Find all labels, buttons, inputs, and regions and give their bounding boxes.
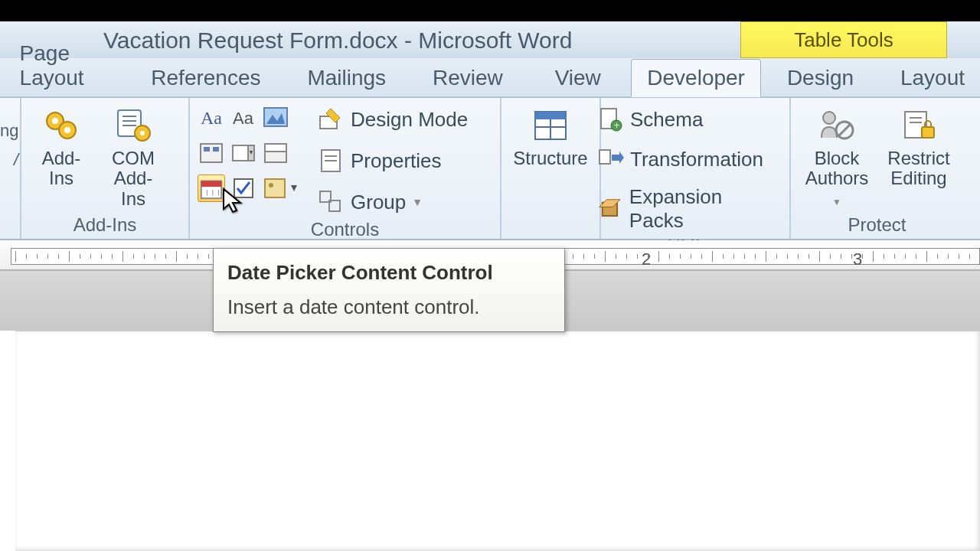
structure-icon [529,107,572,144]
expansion-packs-button[interactable]: Expansion Packs [592,184,782,234]
properties-button[interactable]: Properties [312,145,446,176]
contextual-tab-table-tools: Table Tools [740,21,947,58]
svg-point-29 [269,183,273,187]
transformation-icon [596,145,624,173]
block-authors-button[interactable]: Block Authors ▼ [799,104,875,212]
tab-review[interactable]: Review [417,60,518,96]
svg-rect-14 [201,144,222,162]
ribbon: ng / Add-Ins COM Add-Ins Add-Ins [0,98,980,240]
ribbon-tabs: Page Layout References Mailings Review V… [0,58,980,98]
document-gear-icon [112,107,155,144]
picture-control-icon[interactable] [262,104,289,132]
svg-rect-20 [265,144,286,152]
svg-rect-39 [535,112,566,119]
svg-point-49 [823,112,835,124]
combobox-control-icon[interactable] [230,139,257,167]
svg-text:Aa: Aa [201,108,222,128]
svg-point-1 [52,118,58,124]
design-mode-icon [317,106,345,133]
design-mode-button[interactable]: Design Mode [312,104,472,135]
restrict-editing-icon [897,107,940,144]
tab-design[interactable]: Design [772,60,869,96]
svg-marker-56 [224,189,240,212]
tab-mailings[interactable]: Mailings [292,60,401,96]
group-label-addins: Add-Ins [29,213,181,239]
block-authors-icon [815,107,858,144]
svg-rect-28 [265,179,285,197]
dropdown-control-icon[interactable] [262,139,289,167]
rich-text-control-icon[interactable]: Aa [198,104,225,132]
properties-icon [317,147,345,174]
svg-marker-30 [291,185,297,191]
schema-icon: + [596,106,624,133]
structure-button[interactable]: Structure [509,104,592,171]
svg-rect-15 [204,147,210,152]
window-title: Vacation Request Form.docx - Microsoft W… [103,28,572,54]
mouse-cursor-icon [222,187,243,215]
legacy-tools-button[interactable] [262,174,300,202]
svg-marker-46 [612,152,624,164]
svg-rect-21 [265,152,286,162]
tooltip-description: Insert a date content control. [227,295,550,319]
com-add-ins-button[interactable]: COM Add-Ins [101,104,165,212]
expansion-packs-icon [596,195,623,223]
tab-view[interactable]: View [540,60,616,96]
restrict-editing-button[interactable]: Restrict Editing [883,104,955,192]
plain-text-control-icon[interactable]: Aa [230,104,257,132]
group-button[interactable]: Group ▼ [312,187,427,217]
transformation-button[interactable]: Transformation [592,144,768,174]
date-picker-control-button[interactable] [198,174,225,202]
svg-text:Aa: Aa [233,109,254,128]
schema-button[interactable]: + Schema [592,104,707,135]
svg-text:+: + [614,120,619,131]
dropdown-arrow-icon: ▼ [832,197,841,207]
tab-page-layout[interactable]: Page Layout [5,35,119,96]
svg-rect-55 [922,127,934,138]
add-ins-button[interactable]: Add-Ins [29,104,93,192]
svg-rect-16 [213,147,219,152]
tooltip-title: Date Picker Content Control [227,261,550,285]
partial-group-left: ng / [0,98,21,239]
tooltip-date-picker: Date Picker Content Control Insert a dat… [213,248,565,332]
building-block-control-icon[interactable] [198,139,225,167]
svg-point-9 [140,131,145,135]
svg-rect-23 [201,181,221,187]
tab-references[interactable]: References [136,60,276,96]
group-icon [317,188,345,216]
tab-layout[interactable]: Layout [885,60,980,96]
dropdown-arrow-icon: ▼ [412,196,423,208]
tab-developer[interactable]: Developer [631,59,761,97]
svg-point-3 [64,127,70,133]
svg-line-51 [838,124,851,136]
group-label-controls: Controls [198,217,492,243]
group-label-protect: Protect [799,213,956,239]
svg-rect-45 [599,150,610,164]
gear-icon [40,107,83,144]
document-area[interactable] [15,331,980,551]
